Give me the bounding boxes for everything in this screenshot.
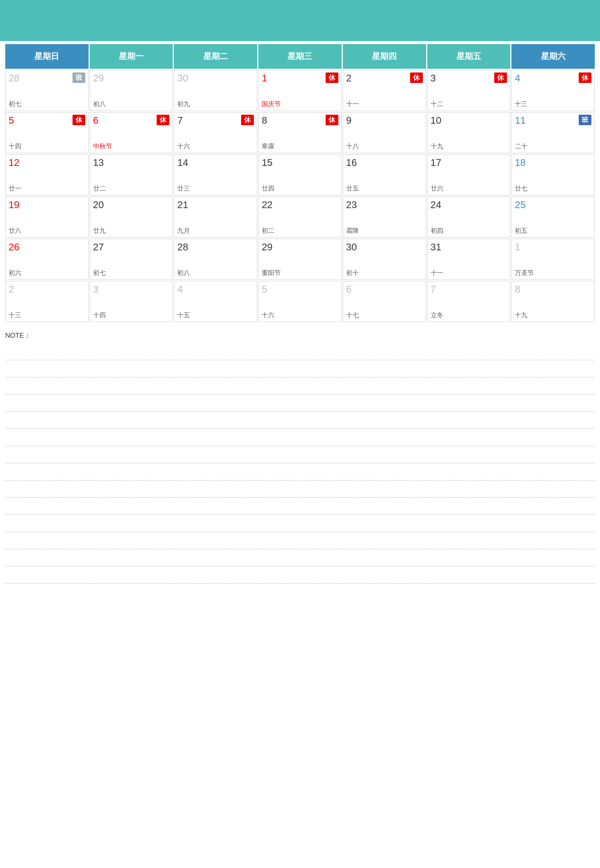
weekday-monday: 星期一: [90, 44, 173, 69]
day-number: 20: [93, 199, 104, 211]
day-lunar: 廿一: [9, 184, 85, 193]
note-line: [5, 515, 595, 532]
day-number: 27: [93, 241, 104, 253]
day-lunar: 初九: [177, 100, 254, 108]
day-number: 14: [177, 157, 188, 168]
day-lunar: 初二: [262, 227, 338, 235]
day-number: 30: [177, 73, 188, 84]
day-number: 26: [9, 241, 20, 253]
note-line: [5, 429, 595, 446]
day-cell: 14廿三: [174, 154, 257, 195]
day-cell: 31十一: [427, 239, 511, 280]
day-cell: 29重阳节: [258, 239, 342, 280]
day-lunar: 十九: [515, 311, 591, 319]
day-cell: 13廿二: [90, 154, 173, 195]
day-lunar: 十六: [177, 142, 254, 151]
day-cell: 9十八: [343, 112, 426, 153]
day-cell: 6十七: [343, 281, 426, 322]
day-lunar: 廿三: [177, 184, 254, 193]
day-cell: 25初五: [511, 197, 595, 237]
day-number: 21: [177, 199, 188, 211]
day-cell: 7休十六: [174, 112, 257, 153]
day-number: 29: [262, 241, 273, 253]
day-number: 6: [93, 115, 98, 126]
weekday-wednesday: 星期三: [258, 44, 342, 69]
day-lunar: 十五: [177, 311, 254, 319]
day-badge: 休: [157, 115, 169, 125]
day-cell: 3休十二: [427, 70, 511, 111]
day-lunar: 初四: [431, 227, 507, 235]
day-badge: 休: [326, 115, 338, 125]
day-number: 7: [177, 115, 182, 126]
day-cell: 16廿五: [343, 154, 426, 195]
day-cell: 12廿一: [5, 154, 89, 195]
day-cell: 4休十三: [511, 70, 595, 111]
day-badge: 休: [579, 73, 591, 83]
note-section: NOTE：: [5, 331, 595, 584]
day-cell: 5十六: [258, 281, 342, 322]
day-number: 4: [177, 284, 182, 295]
day-number: 24: [431, 199, 441, 211]
day-lunar: 寒露: [262, 142, 338, 151]
day-number: 1: [262, 73, 267, 84]
day-number: 22: [262, 199, 273, 211]
day-cell: 28初八: [174, 239, 257, 280]
day-lunar: 廿九: [93, 227, 170, 235]
note-line: [5, 498, 595, 515]
note-lines: [5, 343, 595, 584]
note-line: [5, 481, 595, 498]
day-lunar: 十一: [431, 269, 507, 277]
day-cell: 28班初七: [5, 70, 89, 111]
day-cell: 18廿七: [511, 154, 595, 195]
day-number: 5: [9, 115, 14, 126]
day-number: 15: [262, 157, 273, 168]
day-lunar: 初七: [9, 100, 85, 108]
day-cell: 2休十一: [343, 70, 426, 111]
day-lunar: 国庆节: [262, 100, 338, 108]
day-lunar: 初六: [9, 269, 85, 277]
day-lunar: 初八: [177, 269, 254, 277]
day-badge: 班: [73, 73, 85, 83]
day-badge: 休: [73, 115, 85, 125]
day-number: 23: [346, 199, 357, 211]
day-lunar: 初七: [93, 269, 170, 277]
day-lunar: 初十: [346, 269, 423, 277]
day-number: 7: [431, 284, 436, 295]
day-number: 6: [346, 284, 352, 295]
calendar-wrapper: 星期日 星期一 星期二 星期三 星期四 星期五 星期六 28班初七29初八30初…: [0, 41, 600, 322]
day-cell: 26初六: [5, 239, 89, 280]
day-number: 16: [346, 157, 357, 168]
day-lunar: 十二: [431, 100, 507, 108]
day-lunar: 中秋节: [93, 142, 170, 151]
day-cell: 4十五: [174, 281, 257, 322]
day-lunar: 九月: [177, 227, 254, 235]
day-lunar: 十一: [346, 100, 423, 108]
day-lunar: 霜降: [346, 227, 423, 235]
day-lunar: 初八: [93, 100, 170, 108]
day-cell: 27初七: [90, 239, 173, 280]
note-line: [5, 395, 595, 412]
day-cell: 23霜降: [343, 197, 426, 237]
day-cell: 6休中秋节: [90, 112, 173, 153]
day-number: 28: [9, 73, 20, 84]
day-lunar: 立冬: [431, 311, 507, 319]
day-lunar: 廿四: [262, 184, 338, 193]
calendar-header: [0, 0, 600, 41]
day-cell: 19廿八: [5, 197, 89, 237]
day-cell: 17廿六: [427, 154, 511, 195]
note-line: [5, 412, 595, 429]
day-badge: 休: [410, 73, 423, 83]
day-badge: 休: [494, 73, 507, 83]
weekday-saturday: 星期六: [511, 44, 595, 69]
day-cell: 3十四: [90, 281, 173, 322]
day-number: 18: [515, 157, 526, 168]
day-cell: 22初二: [258, 197, 342, 237]
day-number: 19: [9, 199, 20, 211]
day-cell: 11班二十: [511, 112, 595, 153]
day-lunar: 十四: [9, 142, 85, 151]
day-lunar: 廿六: [431, 184, 507, 193]
day-number: 5: [262, 284, 267, 295]
note-line: [5, 532, 595, 549]
day-number: 11: [515, 115, 526, 126]
day-cell: 30初十: [343, 239, 426, 280]
